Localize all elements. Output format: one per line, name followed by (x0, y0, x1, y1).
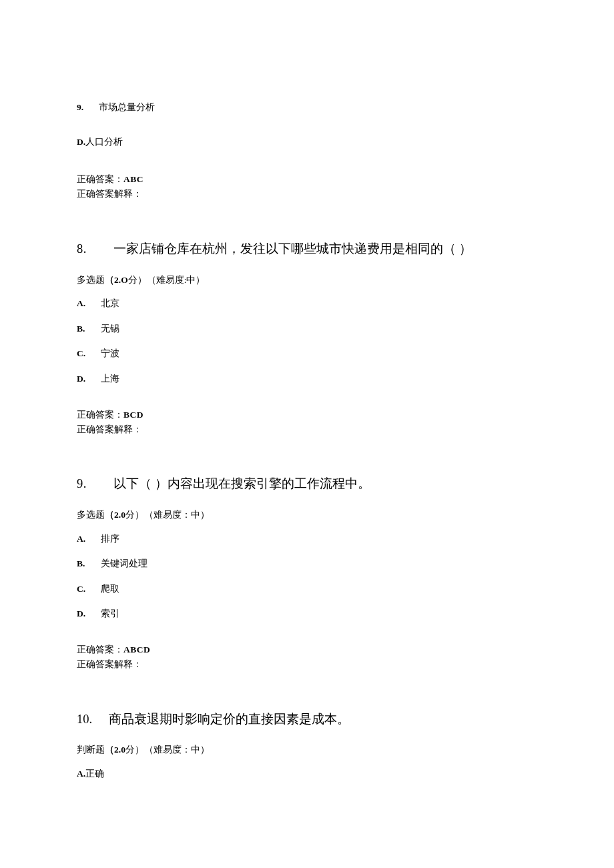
option-text: 北京 (101, 298, 119, 308)
option-text: 正确 (85, 769, 104, 779)
q9-option-a: A.排序 (77, 532, 541, 546)
difficulty-label: （难易度：中） (144, 745, 210, 755)
question-text: 一家店铺仓库在杭州，发往以下哪些城市快递费用是相同的（ ） (113, 242, 472, 256)
option-number: 9. (77, 100, 97, 115)
question-type: 多选题 (77, 510, 105, 520)
difficulty-label: （难易度:中） (147, 275, 206, 285)
question-9-title: 9.以下（ ）内容出现在搜索引擎的工作流程中。 (77, 476, 541, 493)
correct-answer-line: 正确答案：ABCD (77, 642, 541, 657)
points-unit: 分） (125, 745, 144, 755)
document-page: 9. 市场总量分析 D.人口分析 正确答案：ABC 正确答案解释： 8.一家店铺… (0, 0, 614, 868)
q8-option-b: B.无锡 (77, 322, 541, 336)
option-letter: D. (77, 372, 101, 386)
answer-explain-label: 正确答案解释： (77, 422, 541, 437)
prev-question-option-9: 9. 市场总量分析 (77, 100, 541, 115)
option-text: 关键词处理 (101, 558, 147, 568)
answer-explain-label: 正确答案解释： (77, 187, 541, 201)
question-8-answer-block: 正确答案：BCD 正确答案解释： (77, 408, 541, 438)
option-letter: B. (77, 556, 101, 571)
q9-option-d: D.索引 (77, 606, 541, 621)
points-number: 2.O (114, 275, 128, 285)
q9-option-c: C.爬取 (77, 582, 541, 596)
correct-answer-line: 正确答案：ABC (77, 172, 541, 187)
option-letter: D. (77, 137, 85, 147)
question-number: 10. (77, 711, 109, 729)
option-text: 人口分析 (85, 137, 123, 147)
option-letter: D. (77, 606, 101, 621)
question-text: 商品衰退期时影响定价的直接因素是成本。 (109, 713, 350, 726)
option-letter: A. (77, 532, 101, 546)
answer-explain-label: 正确答案解释： (77, 657, 541, 672)
question-text: 以下（ ）内容出现在搜索引擎的工作流程中。 (113, 477, 370, 490)
correct-answer-label: 正确答案： (77, 174, 123, 184)
q8-option-c: C.宁波 (77, 346, 541, 361)
correct-answer-line: 正确答案：BCD (77, 408, 541, 422)
points-open: （ (105, 510, 114, 520)
option-text: 上海 (101, 374, 119, 384)
correct-answer-value: ABCD (123, 644, 150, 655)
question-number: 8. (77, 241, 113, 258)
prev-question-option-d: D.人口分析 (77, 135, 541, 149)
question-10-meta: 判断题（2.0分）（难易度：中） (77, 743, 541, 757)
correct-answer-label: 正确答案： (77, 644, 123, 655)
points-open: （ (105, 275, 114, 285)
points-number: 2.0 (114, 745, 125, 755)
q10-option-a: A.正确 (77, 767, 541, 781)
points-unit: 分） (128, 275, 147, 285)
option-letter: A. (77, 296, 101, 311)
prev-question-answer-block: 正确答案：ABC 正确答案解释： (77, 172, 541, 202)
q9-option-b: B.关键词处理 (77, 556, 541, 571)
question-type: 判断题 (77, 745, 105, 755)
option-letter: C. (77, 346, 101, 361)
option-text: 排序 (101, 534, 119, 544)
q8-option-a: A.北京 (77, 296, 541, 311)
difficulty-label: （难易度：中） (144, 510, 210, 520)
option-letter: C. (77, 582, 101, 596)
question-number: 9. (77, 476, 113, 493)
question-8-title: 8.一家店铺仓库在杭州，发往以下哪些城市快递费用是相同的（ ） (77, 241, 541, 258)
option-letter: A. (77, 769, 85, 779)
option-text: 无锡 (101, 324, 119, 334)
correct-answer-value: BCD (123, 410, 143, 420)
question-8-meta: 多选题（2.O分）（难易度:中） (77, 273, 541, 288)
question-type: 多选题 (77, 275, 105, 285)
option-text: 市场总量分析 (99, 102, 155, 112)
question-9-answer-block: 正确答案：ABCD 正确答案解释： (77, 642, 541, 673)
question-10-title: 10.商品衰退期时影响定价的直接因素是成本。 (77, 711, 541, 729)
points-unit: 分） (125, 510, 144, 520)
option-text: 索引 (101, 608, 119, 618)
points-number: 2.0 (114, 510, 125, 520)
points-open: （ (105, 745, 114, 755)
correct-answer-label: 正确答案： (77, 410, 123, 420)
q8-option-d: D.上海 (77, 372, 541, 386)
option-text: 宁波 (101, 348, 119, 358)
option-text: 爬取 (101, 584, 119, 594)
option-letter: B. (77, 322, 101, 336)
question-9-meta: 多选题（2.0分）（难易度：中） (77, 508, 541, 522)
correct-answer-value: ABC (123, 174, 143, 184)
